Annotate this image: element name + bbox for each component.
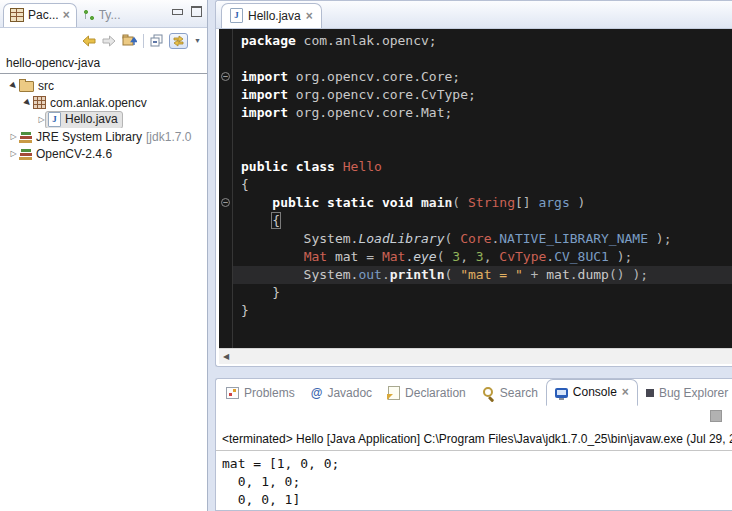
scroll-left-arrow-icon[interactable]: ◀ <box>219 352 229 361</box>
package-explorer-icon <box>10 8 24 22</box>
tab-console[interactable]: Console× <box>546 379 638 406</box>
code-token: dump <box>578 267 609 282</box>
terminate-button[interactable] <box>710 410 722 422</box>
editor-tabbar: J Hello.java × <box>216 1 732 29</box>
code-token: () ); <box>609 267 648 282</box>
code-token: ( <box>437 249 453 264</box>
library-icon <box>19 131 32 143</box>
code-token: } <box>241 303 249 318</box>
tree-item-src[interactable]: ▶src <box>0 77 207 94</box>
code-lines: package com.anlak.opencv;import org.open… <box>233 32 732 320</box>
code-token: Mat <box>382 249 405 264</box>
code-token: "mat = " <box>460 267 523 282</box>
code-token: package <box>241 33 296 48</box>
code-line[interactable]: System.LoadLibrary( Core.NATIVE_LIBRARY_… <box>233 230 732 248</box>
bottom-tabbar: Problems@JavadocDeclarationSearchConsole… <box>216 379 732 406</box>
tab-label: Console <box>573 385 617 399</box>
javadoc-icon: @ <box>311 387 323 399</box>
code-token: System. <box>241 267 358 282</box>
editor-tab-label: Hello.java <box>248 9 301 23</box>
tree-item-hello-java[interactable]: ▷JHello.java <box>0 111 207 128</box>
code-token: args <box>538 195 569 210</box>
code-line[interactable]: import org.opencv.core.Core; <box>233 68 732 86</box>
code-line[interactable]: import org.opencv.core.Mat; <box>233 104 732 122</box>
tree-item-label: src <box>38 79 54 93</box>
code-token: println <box>390 267 445 282</box>
code-line[interactable]: { <box>233 176 732 194</box>
close-icon[interactable]: × <box>63 10 70 20</box>
tab-bug-explorer[interactable]: Bug Explorer <box>638 381 732 406</box>
up-folder-icon[interactable] <box>122 34 137 47</box>
code-editor[interactable]: −− package com.anlak.opencv;import org.o… <box>219 29 732 348</box>
declaration-icon <box>388 386 400 400</box>
tab-label: Javadoc <box>327 386 372 400</box>
code-token: . <box>546 249 554 264</box>
code-token <box>241 249 304 264</box>
tree-item-com-anlak-opencv[interactable]: ▶com.anlak.opencv <box>0 94 207 111</box>
back-arrow-icon[interactable] <box>82 35 96 47</box>
code-token: String <box>468 195 515 210</box>
code-line[interactable]: Mat mat = Mat.eye( 3, 3, CvType.CV_8UC1 … <box>233 248 732 266</box>
link-with-editor-icon[interactable] <box>169 33 188 49</box>
tree-item-opencv-2-4-6[interactable]: ▷OpenCV-2.4.6 <box>0 145 207 162</box>
code-token: out <box>358 267 381 282</box>
code-line[interactable]: } <box>233 302 732 320</box>
code-token: , <box>460 249 476 264</box>
view-menu-icon[interactable]: ▼ <box>194 37 201 44</box>
tab-label: Declaration <box>405 386 466 400</box>
fold-collapse-icon[interactable]: − <box>221 198 230 207</box>
forward-arrow-icon[interactable] <box>102 35 116 47</box>
package-explorer-panel: Pac... × Ty... <box>0 0 208 511</box>
tree-item-jre-system-library[interactable]: ▷JRE System Library[jdk1.7.0 <box>0 128 207 145</box>
bug-icon <box>646 389 654 397</box>
code-line-current[interactable]: System.out.println( "mat = " + mat.dump(… <box>233 266 732 284</box>
code-line[interactable] <box>233 122 732 140</box>
code-token: { <box>241 177 249 192</box>
package-icon <box>33 96 46 109</box>
java-file-icon: J <box>48 112 61 127</box>
editor-horizontal-scrollbar[interactable]: ◀ <box>219 348 732 364</box>
code-token: org.opencv.core.Core; <box>288 69 460 84</box>
close-icon[interactable]: × <box>622 387 629 397</box>
code-token: public class <box>241 159 343 174</box>
code-line[interactable] <box>233 140 732 158</box>
code-token: ) <box>570 195 586 210</box>
tab-search[interactable]: Search <box>474 381 546 406</box>
code-token: Mat <box>304 249 327 264</box>
editor-area: J Hello.java × −− package com.anlak.open… <box>215 0 732 367</box>
tab-type-hierarchy[interactable]: Ty... <box>77 4 127 27</box>
code-token: ); <box>648 231 671 246</box>
expand-arrow-icon[interactable]: ▷ <box>8 150 19 158</box>
console-output: mat = [1, 0, 0; 0, 1, 0; 0, 0, 1] <box>216 451 732 509</box>
console-output-line: 0, 0, 1] <box>222 491 732 509</box>
annotation-ruler: −− <box>219 29 233 348</box>
fold-collapse-icon[interactable]: − <box>221 72 230 81</box>
code-line[interactable]: package com.anlak.opencv; <box>233 32 732 50</box>
collapse-all-icon[interactable] <box>150 34 163 47</box>
tab-label: Bug Explorer <box>659 386 728 400</box>
view-window-buttons <box>172 6 202 17</box>
expand-arrow-icon[interactable]: ▷ <box>8 133 19 141</box>
code-token: org.opencv.core.CvType; <box>288 87 476 102</box>
code-token: import <box>241 87 288 102</box>
code-line[interactable]: public static void main( String[] args ) <box>233 194 732 212</box>
tab-package-explorer[interactable]: Pac... × <box>3 3 77 27</box>
code-line[interactable] <box>233 50 732 68</box>
code-token: } <box>241 285 280 300</box>
maximize-icon[interactable] <box>191 6 202 17</box>
code-line[interactable]: import org.opencv.core.CvType; <box>233 86 732 104</box>
minimize-icon[interactable] <box>172 9 183 15</box>
editor-tab-hello-java[interactable]: J Hello.java × <box>221 3 322 28</box>
tab-javadoc[interactable]: @Javadoc <box>303 381 380 406</box>
close-icon[interactable]: × <box>306 11 313 21</box>
code-line[interactable]: public class Hello <box>233 158 732 176</box>
code-line[interactable]: } <box>233 284 732 302</box>
tab-problems[interactable]: Problems <box>218 381 303 406</box>
console-output-line: 0, 1, 0; <box>222 473 732 491</box>
library-icon <box>19 148 32 160</box>
problems-icon <box>226 387 239 399</box>
project-root-label[interactable]: hello-opencv-java <box>0 53 207 74</box>
code-token: import <box>241 69 288 84</box>
tab-declaration[interactable]: Declaration <box>380 381 474 406</box>
code-line[interactable]: { <box>233 212 732 230</box>
